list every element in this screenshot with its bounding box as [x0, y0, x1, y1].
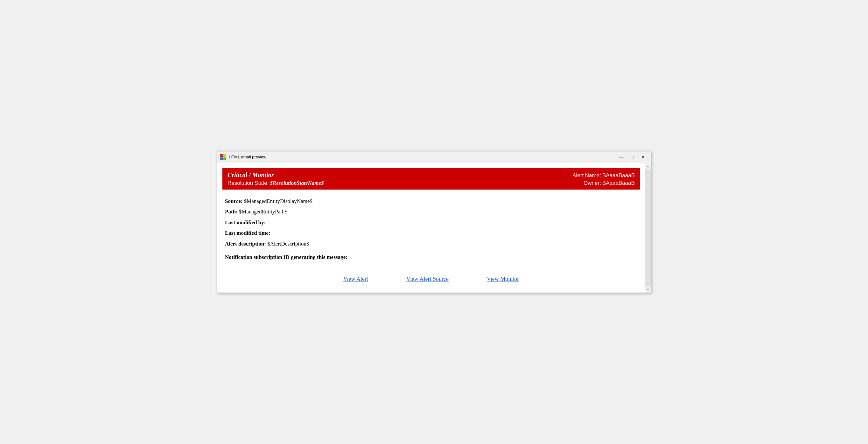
path-line: Path: $ManagedEntityPath$ [225, 208, 637, 216]
resolution-section: Resolution State: $ResolutionStateName$ [227, 180, 584, 186]
svg-rect-2 [220, 157, 223, 160]
scrollbar[interactable]: ▲ ▼ [645, 163, 651, 293]
view-alert-source-link[interactable]: View Alert Source [406, 276, 448, 282]
last-modified-time-label: Last modified time: [225, 230, 271, 236]
minimize-button[interactable]: — [616, 153, 626, 161]
source-value: $ManagedEntityDisplayName$ [244, 198, 312, 204]
alert-name-label: Alert Name: [572, 172, 601, 179]
title-bar: HTML email preview — □ ✕ [217, 151, 651, 163]
source-label: Source: [225, 198, 243, 204]
view-monitor-link[interactable]: View Monitor [487, 276, 519, 282]
resolution-value: $ResolutionStateName$ [270, 180, 323, 186]
alert-description-line: Alert description: $AlertDescription$ [225, 240, 637, 248]
view-alert-link[interactable]: View Alert [343, 276, 368, 282]
title-bar-left: HTML email preview [220, 154, 266, 160]
scroll-down-arrow[interactable]: ▼ [646, 287, 651, 292]
window-title: HTML email preview [229, 155, 266, 159]
alert-name-section: Alert Name: BAaaaBaaaB [572, 172, 635, 179]
links-section: View Alert View Alert Source View Monito… [225, 271, 637, 287]
scroll-up-arrow[interactable]: ▲ [646, 164, 651, 169]
alert-description-label: Alert description: [225, 241, 266, 247]
scroll-track[interactable] [645, 169, 651, 287]
last-modified-time-line: Last modified time: [225, 229, 637, 237]
alert-description-value: $AlertDescription$ [267, 241, 309, 247]
last-modified-by-label: Last modified by: [225, 219, 266, 225]
path-label: Path: [225, 209, 238, 215]
path-value: $ManagedEntityPath$ [239, 209, 287, 215]
close-button[interactable]: ✕ [638, 153, 648, 161]
alert-header-row-1: Critical / Monitor Alert Name: BAaaaBaaa… [227, 171, 635, 179]
svg-rect-3 [223, 157, 226, 160]
owner-label: Owner: [584, 180, 601, 186]
owner-value: BAaaaBaaaB [602, 180, 635, 186]
owner-section: Owner: BAaaaBaaaB [584, 180, 635, 186]
source-line: Source: $ManagedEntityDisplayName$ [225, 197, 637, 205]
content-area: Critical / Monitor Alert Name: BAaaaBaaa… [217, 163, 651, 293]
main-content: Critical / Monitor Alert Name: BAaaaBaaa… [217, 163, 645, 293]
maximize-button[interactable]: □ [627, 153, 637, 161]
alert-header: Critical / Monitor Alert Name: BAaaaBaaa… [222, 168, 640, 190]
last-modified-by-line: Last modified by: [225, 219, 637, 227]
notification-line: Notification subscription ID generating … [225, 254, 637, 260]
resolution-label: Resolution State: [227, 180, 269, 186]
app-icon [220, 154, 226, 160]
alert-header-row-2: Resolution State: $ResolutionStateName$ … [227, 180, 635, 186]
svg-rect-0 [220, 154, 223, 157]
alert-title: Critical / Monitor [227, 171, 572, 179]
main-window: HTML email preview — □ ✕ Critical / Moni… [217, 151, 651, 293]
window-controls: — □ ✕ [616, 153, 648, 161]
alert-name-value: BAaaaBaaaB [602, 172, 635, 179]
email-body: Source: $ManagedEntityDisplayName$ Path:… [217, 190, 645, 293]
svg-rect-1 [223, 154, 226, 157]
